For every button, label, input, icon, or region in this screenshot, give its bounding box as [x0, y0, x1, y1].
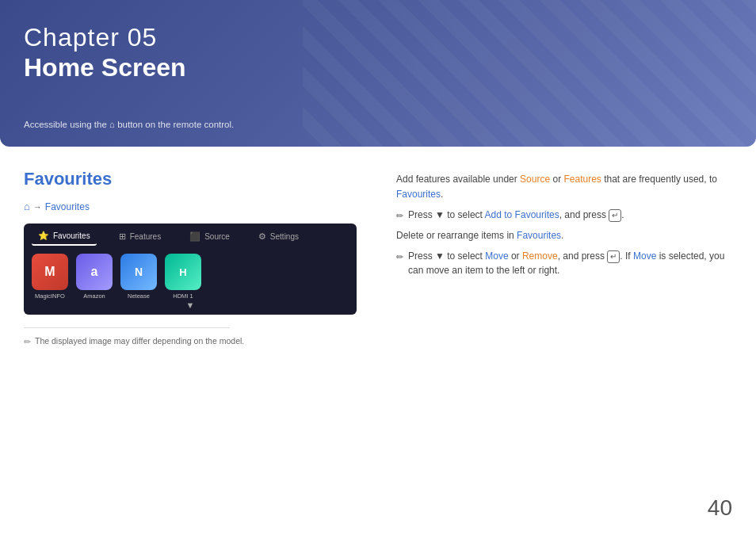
bullet-pencil-1: ✏ — [396, 209, 403, 223]
tv-nav-source[interactable]: ⬛ Source — [183, 228, 236, 245]
app-magicinfo: M MagicINFO — [32, 254, 68, 300]
source-icon: ⬛ — [189, 231, 200, 242]
settings-icon: ⚙ — [258, 231, 266, 242]
netease-label: Netease — [128, 292, 150, 300]
breadcrumb-label: Favourites — [45, 201, 90, 212]
tv-nav-features[interactable]: ⊞ Features — [113, 228, 167, 245]
tv-apps-area: M MagicINFO a Amazon N Netease H HDMI 1 — [24, 249, 357, 304]
tv-nav-favourites[interactable]: ⭐ Favourites — [32, 227, 97, 246]
favourites-highlight-delete: Favourites — [517, 230, 561, 241]
note-content: The displayed image may differ depending… — [35, 336, 244, 346]
bullet-pencil-2: ✏ — [396, 250, 403, 264]
delete-rearrange-line: Delete or rearrange items in Favourites. — [396, 228, 732, 243]
app-hdmi1: H HDMI 1 — [165, 254, 201, 300]
note-pencil-icon: ✏ — [24, 337, 31, 347]
tv-screen-mockup: ⭐ Favourites ⊞ Features ⬛ Source ⚙ Setti… — [24, 224, 357, 315]
hdmi1-label: HDMI 1 — [173, 292, 193, 300]
tv-nav-favourites-label: Favourites — [53, 231, 90, 240]
intro-line: Add features available under Source or F… — [396, 172, 732, 201]
header-text: Chapter 05 Home Screen — [24, 22, 186, 83]
amazon-label: Amazon — [83, 292, 105, 300]
right-column: Add features available under Source or F… — [396, 169, 732, 347]
breadcrumb: ⌂ → Favourites — [24, 201, 372, 212]
hdmi1-icon: H — [165, 254, 201, 290]
move-link: Move — [485, 250, 508, 262]
tv-nav-bar: ⭐ Favourites ⊞ Features ⬛ Source ⚙ Setti… — [24, 224, 357, 249]
features-icon: ⊞ — [119, 231, 126, 242]
add-to-favourites-link: Add to Favourites — [485, 209, 559, 220]
home-icon: ⌂ — [24, 201, 30, 212]
section-title: Favourites — [24, 169, 372, 189]
enter-button-2: ↵ — [607, 250, 620, 263]
chapter-title: Home Screen — [24, 52, 186, 82]
divider-line — [24, 327, 230, 328]
tv-nav-settings[interactable]: ⚙ Settings — [252, 228, 305, 245]
page-number: 40 — [708, 495, 732, 521]
bullet-content-2: Press ▼ to select Move or Remove, and pr… — [408, 249, 732, 277]
features-highlight: Features — [563, 174, 601, 185]
app-netease: N Netease — [120, 254, 157, 300]
amazon-icon: a — [76, 254, 113, 290]
tv-nav-source-label: Source — [204, 232, 230, 241]
main-content: Favourites ⌂ → Favourites ⭐ Favourites ⊞… — [0, 147, 756, 363]
chapter-label: Chapter 05 — [24, 22, 186, 52]
bullet-2: ✏ Press ▼ to select Move or Remove, and … — [396, 249, 732, 277]
netease-icon: N — [120, 254, 157, 290]
header-subtitle: Accessible using the ⌂ button on the rem… — [24, 120, 234, 129]
bullet-content-1: Press ▼ to select Add to Favourites, and… — [408, 208, 732, 222]
tv-nav-settings-label: Settings — [270, 232, 299, 241]
app-amazon: a Amazon — [76, 254, 113, 300]
magicinfo-icon: M — [32, 254, 68, 290]
favourites-icon: ⭐ — [38, 231, 49, 241]
tv-nav-features-label: Features — [130, 232, 161, 241]
enter-button-1: ↵ — [609, 209, 621, 222]
header-banner: Chapter 05 Home Screen Accessible using … — [0, 0, 756, 147]
bullet-1: ✏ Press ▼ to select Add to Favourites, a… — [396, 208, 732, 223]
remove-link: Remove — [522, 250, 558, 262]
note-text: ✏ The displayed image may differ dependi… — [24, 336, 372, 347]
left-column: Favourites ⌂ → Favourites ⭐ Favourites ⊞… — [24, 169, 372, 347]
tv-chevron-down: ▼ — [186, 300, 195, 310]
favourites-highlight-intro: Favourites — [396, 189, 441, 200]
move-link-2: Move — [633, 250, 656, 262]
magicinfo-label: MagicINFO — [35, 292, 65, 300]
source-highlight: Source — [520, 174, 550, 185]
breadcrumb-arrow: → — [33, 202, 42, 212]
